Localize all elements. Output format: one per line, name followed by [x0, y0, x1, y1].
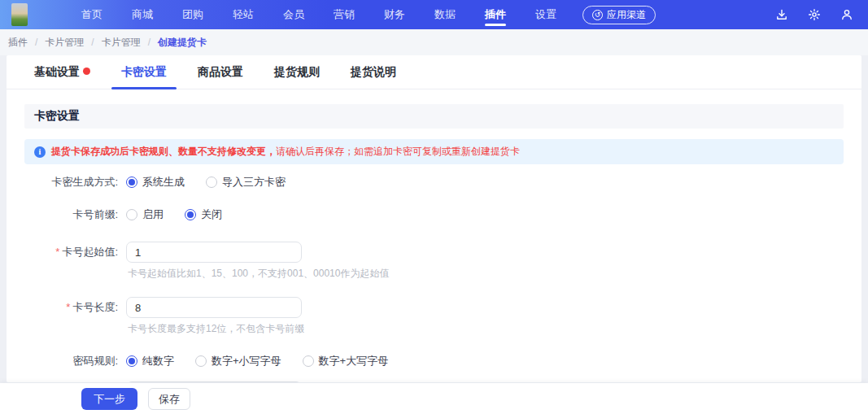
- card-secret-form: 卡密生成方式: 系统生成 导入三方卡密 卡号前缀: 启用: [7, 164, 861, 382]
- alert-text: 提货卡保存成功后卡密规则、数量不支持修改变更，请确认后再保存；如需追加卡密可复制…: [51, 145, 520, 159]
- alert-text-emphasis: 提货卡保存成功后卡密规则、数量不支持修改变更，: [51, 146, 276, 157]
- main-menu: 首页 商城 团购 轻站 会员 营销 财务 数据 插件 设置: [67, 0, 571, 29]
- radio-prefix-disable-label: 关闭: [201, 207, 222, 222]
- section-title: 卡密设置: [24, 104, 844, 129]
- tab-basic-settings-label: 基础设置: [34, 65, 80, 80]
- app-channel-button[interactable]: ↺ 应用渠道: [582, 6, 656, 24]
- radio-unchecked-icon: [126, 209, 137, 220]
- nav-item-members[interactable]: 会员: [268, 0, 319, 29]
- card-length-input[interactable]: [126, 297, 302, 318]
- start-value-hint: 卡号起始值比如1、15、100，不支持001、00010作为起始值: [128, 267, 861, 281]
- radio-prefix-disable[interactable]: 关闭: [185, 207, 222, 222]
- radio-unchecked-icon: [303, 355, 314, 367]
- breadcrumb-plugins[interactable]: 插件: [8, 36, 28, 50]
- nav-item-groupbuy[interactable]: 团购: [168, 0, 218, 29]
- nav-item-finance[interactable]: 财务: [369, 0, 420, 29]
- radio-system-generate-label: 系统生成: [142, 175, 185, 190]
- breadcrumb-current-page: 创建提货卡: [158, 36, 207, 50]
- save-button[interactable]: 保存: [148, 388, 190, 410]
- warning-alert: i 提货卡保存成功后卡密规则、数量不支持修改变更，请确认后再保存；如需追加卡密可…: [24, 139, 844, 164]
- radio-digits-lowercase-label: 数字+小写字母: [212, 354, 281, 368]
- radio-digits-lowercase[interactable]: 数字+小写字母: [195, 354, 281, 368]
- radio-import-third-party[interactable]: 导入三方卡密: [206, 175, 286, 190]
- generation-mode-label: 卡密生成方式:: [7, 175, 126, 190]
- required-mark: *: [55, 246, 59, 258]
- radio-unchecked-icon: [206, 176, 217, 188]
- app-logo[interactable]: [11, 3, 28, 26]
- tab-card-secret-label: 卡密设置: [121, 65, 167, 80]
- card-length-label: *卡号长度:: [7, 300, 126, 315]
- password-rule-options: 纯数字 数字+小写字母 数字+大写字母: [126, 354, 388, 368]
- alert-text-normal: 请确认后再保存；如需追加卡密可复制或重新创建提货卡: [276, 146, 520, 157]
- radio-prefix-enable-label: 启用: [142, 207, 164, 222]
- card-prefix-label: 卡号前缀:: [7, 207, 126, 222]
- card-prefix-options: 启用 关闭: [126, 207, 222, 222]
- row-generation-mode: 卡密生成方式: 系统生成 导入三方卡密: [7, 175, 861, 190]
- nav-item-lite-site[interactable]: 轻站: [218, 0, 268, 29]
- row-password-length: *密码长度:: [7, 381, 861, 382]
- user-icon[interactable]: [840, 8, 853, 21]
- required-mark: *: [66, 301, 70, 313]
- gear-icon[interactable]: [808, 8, 821, 21]
- radio-digits-uppercase-label: 数字+大写字母: [319, 354, 389, 368]
- tab-card-secret-settings[interactable]: 卡密设置: [111, 55, 177, 89]
- row-password-rule: 密码规则: 纯数字 数字+小写字母 数字+大写字母: [7, 354, 861, 368]
- tab-pickup-notes[interactable]: 提货说明: [341, 55, 406, 89]
- nav-item-home[interactable]: 首页: [67, 0, 117, 29]
- app-channel-label: 应用渠道: [607, 8, 646, 22]
- footer-action-bar: 下一步 保存: [0, 383, 868, 414]
- row-start-value: *卡号起始值:: [7, 242, 861, 263]
- breadcrumb-card-management-2[interactable]: 卡片管理: [102, 36, 141, 50]
- radio-checked-icon: [185, 209, 196, 220]
- radio-import-label: 导入三方卡密: [222, 175, 286, 190]
- top-navbar: 首页 商城 团购 轻站 会员 营销 财务 数据 插件 设置 ↺ 应用渠道: [0, 0, 868, 29]
- radio-system-generate[interactable]: 系统生成: [126, 175, 185, 190]
- radio-pure-digits-label: 纯数字: [142, 354, 174, 368]
- main-content-card: 基础设置 卡密设置 商品设置 提货规则 提货说明 卡密设置 i 提货卡保存成功后…: [7, 55, 861, 382]
- navbar-right-icons: [775, 8, 853, 21]
- settings-tabs: 基础设置 卡密设置 商品设置 提货规则 提货说明: [7, 55, 861, 89]
- breadcrumb-separator: /: [35, 37, 37, 48]
- card-length-label-text: 卡号长度:: [72, 301, 118, 313]
- radio-prefix-enable[interactable]: 启用: [126, 207, 164, 222]
- tab-goods-settings[interactable]: 商品设置: [188, 55, 253, 89]
- radio-digits-uppercase[interactable]: 数字+大写字母: [303, 354, 389, 368]
- tab-basic-settings[interactable]: 基础设置: [24, 55, 100, 89]
- generation-mode-options: 系统生成 导入三方卡密: [126, 175, 286, 190]
- radio-pure-digits[interactable]: 纯数字: [126, 354, 174, 368]
- radio-checked-icon: [126, 176, 137, 188]
- alert-badge-icon: [83, 68, 90, 75]
- tab-pickup-notes-label: 提货说明: [351, 65, 396, 80]
- channel-icon: ↺: [592, 10, 603, 20]
- tab-pickup-rules-label: 提货规则: [274, 65, 320, 80]
- password-length-input[interactable]: [126, 381, 302, 382]
- password-rule-label: 密码规则:: [7, 354, 126, 368]
- download-icon[interactable]: [775, 8, 788, 21]
- row-card-prefix: 卡号前缀: 启用 关闭: [7, 207, 861, 222]
- tab-pickup-rules[interactable]: 提货规则: [264, 55, 329, 89]
- nav-item-plugins[interactable]: 插件: [470, 0, 521, 29]
- nav-item-settings[interactable]: 设置: [521, 0, 571, 29]
- breadcrumb-card-management-1[interactable]: 卡片管理: [45, 36, 84, 50]
- start-value-label-text: 卡号起始值:: [62, 246, 118, 258]
- nav-item-mall[interactable]: 商城: [117, 0, 168, 29]
- tab-goods-label: 商品设置: [198, 65, 243, 80]
- radio-checked-icon: [126, 355, 137, 367]
- breadcrumb: 插件 / 卡片管理 / 卡片管理 / 创建提货卡: [0, 29, 868, 55]
- radio-unchecked-icon: [195, 355, 207, 367]
- row-card-length: *卡号长度:: [7, 297, 861, 318]
- nav-item-marketing[interactable]: 营销: [319, 0, 369, 29]
- start-value-input[interactable]: [126, 242, 302, 263]
- card-length-hint: 卡号长度最多支持12位，不包含卡号前缀: [128, 322, 861, 336]
- next-step-button[interactable]: 下一步: [81, 388, 137, 410]
- nav-item-data[interactable]: 数据: [420, 0, 470, 29]
- breadcrumb-separator: /: [91, 37, 94, 48]
- start-value-label: *卡号起始值:: [7, 245, 126, 259]
- breadcrumb-separator: /: [148, 37, 150, 48]
- info-icon: i: [34, 146, 46, 158]
